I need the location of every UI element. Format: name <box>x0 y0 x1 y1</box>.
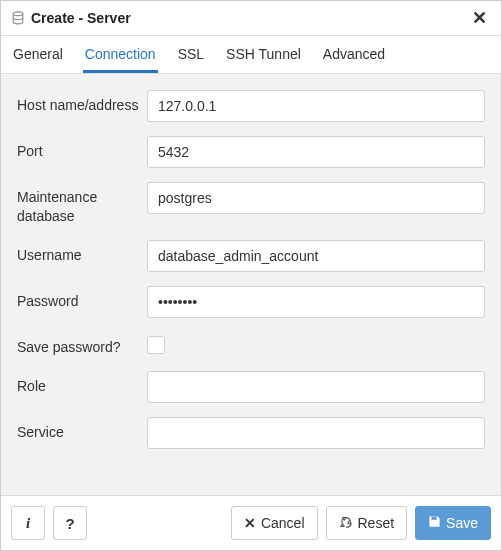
dialog-title: Create - Server <box>31 10 468 26</box>
port-input[interactable] <box>147 136 485 168</box>
row-username: Username <box>17 240 485 272</box>
cancel-label: Cancel <box>261 515 305 531</box>
database-icon <box>11 11 25 25</box>
info-button[interactable]: i <box>11 506 45 540</box>
password-input[interactable] <box>147 286 485 318</box>
role-label: Role <box>17 371 147 396</box>
host-label: Host name/address <box>17 90 147 115</box>
info-icon: i <box>26 515 30 532</box>
create-server-dialog: Create - Server ✕ General Connection SSL… <box>0 0 502 551</box>
tab-connection[interactable]: Connection <box>83 36 158 73</box>
tab-bar: General Connection SSL SSH Tunnel Advanc… <box>1 36 501 74</box>
svg-point-0 <box>13 12 23 16</box>
form-area: Host name/address Port Maintenance datab… <box>1 74 501 495</box>
username-input[interactable] <box>147 240 485 272</box>
dialog-footer: i ? ✕ Cancel Reset Save <box>1 495 501 550</box>
row-service: Service <box>17 417 485 449</box>
port-label: Port <box>17 136 147 161</box>
row-save-password: Save password? <box>17 332 485 357</box>
maintdb-input[interactable] <box>147 182 485 214</box>
username-label: Username <box>17 240 147 265</box>
tab-general[interactable]: General <box>11 36 65 73</box>
close-icon[interactable]: ✕ <box>468 9 491 27</box>
row-maintdb: Maintenance database <box>17 182 485 226</box>
savepw-label: Save password? <box>17 332 147 357</box>
savepw-checkbox[interactable] <box>147 336 165 354</box>
save-icon <box>428 515 441 531</box>
reset-label: Reset <box>358 515 395 531</box>
save-button[interactable]: Save <box>415 506 491 540</box>
maintdb-label: Maintenance database <box>17 182 147 226</box>
row-password: Password <box>17 286 485 318</box>
help-button[interactable]: ? <box>53 506 87 540</box>
service-label: Service <box>17 417 147 442</box>
role-input[interactable] <box>147 371 485 403</box>
reset-button[interactable]: Reset <box>326 506 408 540</box>
recycle-icon <box>339 515 353 532</box>
tab-advanced[interactable]: Advanced <box>321 36 387 73</box>
cancel-button[interactable]: ✕ Cancel <box>231 506 318 540</box>
tab-ssh-tunnel[interactable]: SSH Tunnel <box>224 36 303 73</box>
tab-ssl[interactable]: SSL <box>176 36 206 73</box>
host-input[interactable] <box>147 90 485 122</box>
help-icon: ? <box>65 515 74 532</box>
save-label: Save <box>446 515 478 531</box>
row-role: Role <box>17 371 485 403</box>
dialog-titlebar: Create - Server ✕ <box>1 1 501 36</box>
row-port: Port <box>17 136 485 168</box>
service-input[interactable] <box>147 417 485 449</box>
row-host: Host name/address <box>17 90 485 122</box>
password-label: Password <box>17 286 147 311</box>
cancel-icon: ✕ <box>244 516 256 530</box>
